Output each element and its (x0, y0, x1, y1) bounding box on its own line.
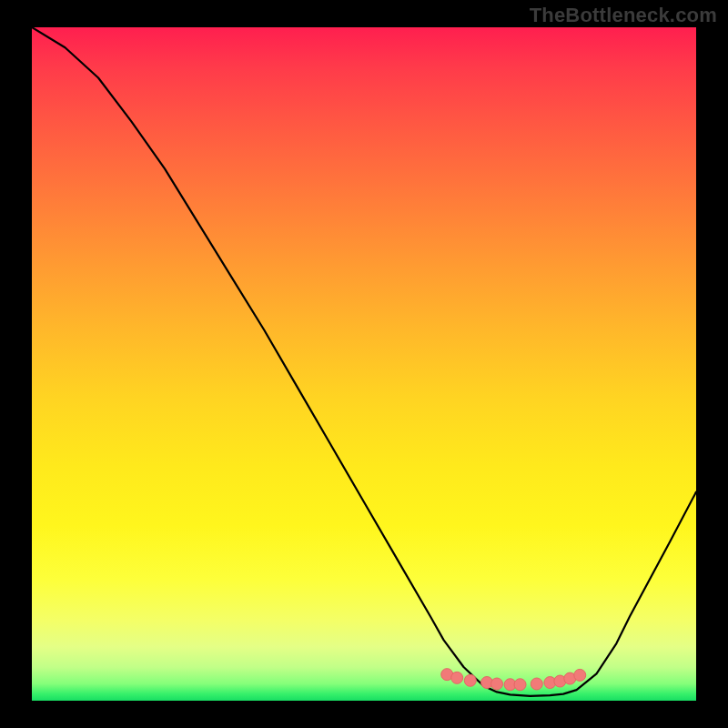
optimal-marker (491, 678, 503, 690)
watermark-text: TheBottleneck.com (530, 4, 717, 27)
optimal-marker (514, 679, 526, 691)
optimal-range-markers (441, 669, 586, 691)
chart-frame: TheBottleneck.com (0, 0, 728, 728)
bottleneck-curve (32, 27, 696, 696)
chart-svg (32, 27, 696, 701)
optimal-marker (531, 678, 542, 690)
optimal-marker (574, 669, 586, 681)
optimal-marker (451, 672, 463, 683)
plot-area (32, 27, 696, 701)
optimal-marker (464, 674, 476, 686)
